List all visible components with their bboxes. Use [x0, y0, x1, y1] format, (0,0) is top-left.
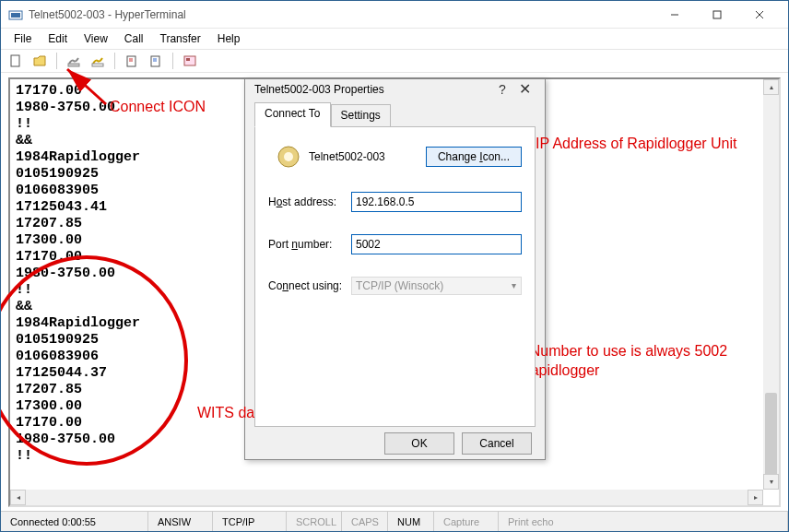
titlebar: Telnet5002-003 - HyperTerminal [1, 1, 788, 29]
toolbar-separator [172, 53, 173, 69]
window-title: Telnet5002-003 - HyperTerminal [29, 8, 654, 21]
menu-call[interactable]: Call [117, 30, 151, 47]
status-protocol: TCP/IP [213, 512, 287, 531]
dialog-help-icon[interactable]: ? [491, 82, 513, 97]
app-icon [8, 7, 23, 22]
scroll-right-icon[interactable]: ▸ [748, 490, 763, 505]
menubar: File Edit View Call Transfer Help [1, 29, 788, 49]
host-address-label: Host address: [268, 195, 351, 208]
status-caps: CAPS [342, 512, 388, 531]
scroll-left-icon[interactable]: ◂ [10, 490, 26, 505]
menu-transfer[interactable]: Transfer [153, 30, 208, 47]
vertical-scrollbar[interactable]: ▴ ▾ [763, 79, 779, 490]
dialog-title: Telnet5002-003 Properties [254, 83, 491, 96]
svg-point-14 [284, 152, 293, 161]
properties-icon[interactable] [181, 52, 199, 70]
status-num: NUM [388, 512, 434, 531]
svg-rect-3 [713, 11, 721, 18]
receive-icon[interactable] [147, 52, 165, 70]
menu-file[interactable]: File [6, 30, 39, 47]
tab-panel-connect-to: Telnet5002-003 Change Icon... Host addre… [254, 126, 536, 427]
send-icon[interactable] [123, 52, 141, 70]
toolbar [1, 49, 788, 73]
scroll-thumb[interactable] [765, 393, 777, 485]
connection-name: Telnet5002-003 [309, 150, 426, 163]
main-window: Telnet5002-003 - HyperTerminal File Edit… [0, 0, 789, 532]
svg-rect-1 [11, 13, 20, 18]
host-address-input[interactable] [351, 192, 522, 212]
connection-icon [268, 144, 309, 170]
svg-rect-12 [186, 58, 190, 61]
disconnect-icon[interactable] [88, 52, 107, 70]
svg-rect-6 [11, 55, 19, 66]
toolbar-separator [56, 53, 57, 69]
svg-rect-8 [92, 64, 103, 66]
statusbar: Connected 0:00:55 ANSIW TCP/IP SCROLL CA… [1, 511, 788, 531]
dialog-tabs: Connect To Settings [254, 102, 536, 126]
connect-using-select: TCP/IP (Winsock) [351, 277, 522, 295]
change-icon-button[interactable]: Change Icon... [426, 147, 522, 167]
dialog-titlebar: Telnet5002-003 Properties ? ✕ [245, 79, 545, 99]
menu-edit[interactable]: Edit [41, 30, 75, 47]
menu-help[interactable]: Help [210, 30, 248, 47]
connect-using-label: Connect using: [268, 279, 351, 292]
close-button[interactable] [738, 2, 781, 28]
tab-connect-to[interactable]: Connect To [254, 102, 331, 127]
maximize-button[interactable] [696, 2, 738, 28]
status-capture: Capture [434, 512, 499, 531]
new-icon[interactable] [6, 52, 25, 70]
cancel-button[interactable]: Cancel [462, 432, 532, 455]
toolbar-separator [114, 53, 115, 69]
menu-view[interactable]: View [77, 30, 115, 47]
port-number-label: Port number: [268, 238, 351, 251]
tab-settings[interactable]: Settings [331, 104, 391, 126]
dialog-buttons: OK Cancel [245, 427, 545, 459]
minimize-button[interactable] [654, 2, 696, 28]
open-icon[interactable] [30, 52, 49, 70]
connect-icon[interactable] [65, 52, 83, 70]
status-emulation: ANSIW [148, 512, 213, 531]
horizontal-scrollbar[interactable]: ◂ ▸ [10, 490, 763, 505]
status-printecho: Print echo [499, 512, 788, 531]
dialog-close-icon[interactable]: ✕ [513, 80, 536, 98]
port-number-input[interactable] [351, 234, 522, 254]
scroll-down-icon[interactable]: ▾ [763, 474, 779, 490]
scroll-up-icon[interactable]: ▴ [763, 79, 779, 95]
window-controls [654, 2, 781, 28]
status-connected: Connected 0:00:55 [1, 512, 148, 531]
properties-dialog: Telnet5002-003 Properties ? ✕ Connect To… [244, 78, 546, 460]
svg-rect-7 [68, 64, 79, 66]
ok-button[interactable]: OK [384, 432, 454, 455]
status-scroll: SCROLL [287, 512, 342, 531]
